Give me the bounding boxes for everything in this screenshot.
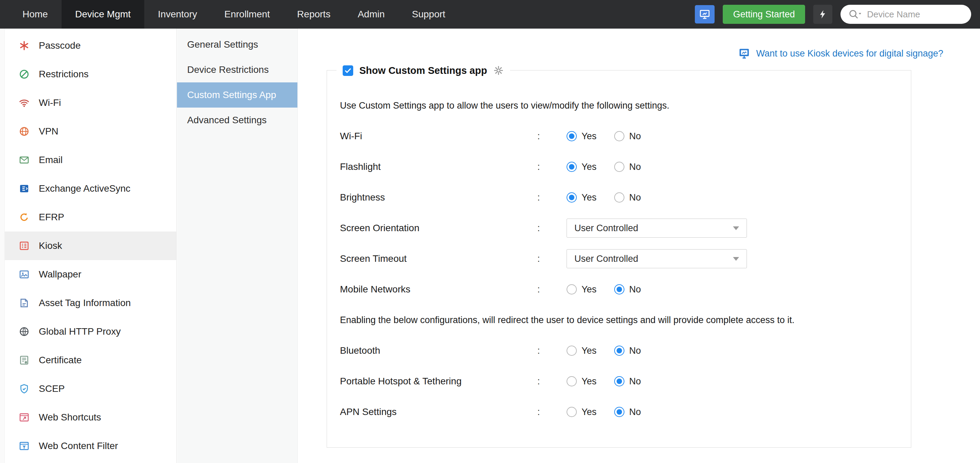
radio-apn-settings-yes[interactable]: Yes <box>566 407 597 417</box>
setting-control: YesNo <box>566 284 641 295</box>
radio-brightness-no[interactable]: No <box>614 192 641 203</box>
radio-label: Yes <box>582 162 597 172</box>
submenu-item-device-restrictions[interactable]: Device Restrictions <box>177 57 298 82</box>
radio-button-icon <box>566 131 577 141</box>
setting-label: Screen Orientation <box>340 223 537 233</box>
radio-button-icon <box>614 407 624 417</box>
nav-item-inventory[interactable]: Inventory <box>144 0 211 29</box>
select-value: User Controlled <box>574 254 638 264</box>
settings-rows-1: Wi-Fi:YesNoFlashlight:YesNoBrightness:Ye… <box>340 121 911 305</box>
submenu: General SettingsDevice RestrictionsCusto… <box>177 29 298 463</box>
sidebar-item-global-http-proxy[interactable]: Global HTTP Proxy <box>5 317 176 346</box>
sidebar-item-asset-tag-information[interactable]: Asset Tag Information <box>5 289 176 317</box>
radio-flashlight-yes[interactable]: Yes <box>566 162 597 172</box>
sidebar-item-web-content-filter[interactable]: Web Content Filter <box>5 432 176 460</box>
setting-label: Screen Timeout <box>340 253 537 264</box>
radio-portable-hotspot-tethering-no[interactable]: No <box>614 376 641 387</box>
sidebar-item-efrp[interactable]: EFRP <box>5 203 176 232</box>
colon: : <box>537 253 566 264</box>
radio-button-icon <box>566 346 577 356</box>
radio-brightness-yes[interactable]: Yes <box>566 192 597 203</box>
digital-signage-link[interactable]: Want to use Kiosk devices for digital si… <box>738 47 943 60</box>
nav-item-reports[interactable]: Reports <box>283 0 344 29</box>
setting-row-brightness: Brightness:YesNo <box>340 182 911 213</box>
submenu-item-custom-settings-app[interactable]: Custom Settings App <box>177 82 298 108</box>
submenu-item-general-settings[interactable]: General Settings <box>177 32 298 57</box>
sidebar-item-label: EFRP <box>39 212 64 223</box>
email-icon <box>18 154 30 166</box>
sidebar-item-wallpaper[interactable]: Wallpaper <box>5 260 176 289</box>
nav-item-enrollment[interactable]: Enrollment <box>211 0 283 29</box>
sidebar-item-restrictions[interactable]: Restrictions <box>5 60 176 88</box>
radio-label: Yes <box>582 346 597 356</box>
quick-actions-button[interactable] <box>813 5 832 24</box>
sidebar-item-certificate[interactable]: Certificate <box>5 346 176 375</box>
search-input[interactable] <box>867 9 964 20</box>
setting-control: YesNo <box>566 346 641 356</box>
sidebar-item-label: Certificate <box>39 355 82 366</box>
sidebar-item-passcode[interactable]: Passcode <box>5 31 176 60</box>
certificate-icon <box>18 354 30 366</box>
sidebar-scrollbar[interactable] <box>0 29 5 463</box>
restrictions-icon <box>18 69 30 80</box>
radio-label: Yes <box>582 407 597 417</box>
efrp-icon <box>18 211 30 223</box>
sidebar-item-web-shortcuts[interactable]: Web Shortcuts <box>5 403 176 432</box>
setting-label: Bluetooth <box>340 345 537 356</box>
sidebar: PasscodeRestrictionsWi-FiVPNEmailExchang… <box>5 29 177 463</box>
chevron-down-icon <box>733 227 739 230</box>
radio-label: Yes <box>582 131 597 142</box>
radio-mobile-networks-no[interactable]: No <box>614 284 641 295</box>
settings-rows-2: Bluetooth:YesNoPortable Hotspot & Tether… <box>340 335 911 427</box>
gear-icon[interactable] <box>493 65 504 76</box>
wallpaper-icon <box>18 268 30 280</box>
radio-button-icon <box>566 284 577 294</box>
radio-bluetooth-yes[interactable]: Yes <box>566 346 597 356</box>
nav-item-home[interactable]: Home <box>9 0 62 29</box>
radio-mobile-networks-yes[interactable]: Yes <box>566 284 597 295</box>
show-custom-settings-checkbox[interactable] <box>343 65 353 76</box>
sidebar-item-wi-fi[interactable]: Wi-Fi <box>5 88 176 117</box>
colon: : <box>537 161 566 172</box>
radio-bluetooth-no[interactable]: No <box>614 346 641 356</box>
remote-view-button[interactable] <box>695 5 714 24</box>
signage-icon <box>738 47 751 60</box>
radio-portable-hotspot-tethering-yes[interactable]: Yes <box>566 376 597 387</box>
radio-label: Yes <box>582 284 597 295</box>
nav-item-device-mgmt[interactable]: Device Mgmt <box>62 0 144 29</box>
setting-row-flashlight: Flashlight:YesNo <box>340 152 911 182</box>
web-shortcuts-icon <box>18 412 30 423</box>
search-icon[interactable] <box>848 8 862 20</box>
submenu-item-advanced-settings[interactable]: Advanced Settings <box>177 108 298 133</box>
colon: : <box>537 223 566 233</box>
radio-wi-fi-yes[interactable]: Yes <box>566 131 597 142</box>
radio-apn-settings-no[interactable]: No <box>614 407 641 417</box>
sidebar-item-kiosk[interactable]: Kiosk <box>5 232 176 260</box>
setting-control: User Controlled <box>566 249 747 268</box>
sidebar-item-vpn[interactable]: VPN <box>5 117 176 146</box>
top-navbar: HomeDevice MgmtInventoryEnrollmentReport… <box>0 0 980 29</box>
setting-label: Mobile Networks <box>340 284 537 295</box>
radio-wi-fi-no[interactable]: No <box>614 131 641 142</box>
radio-button-icon <box>614 376 624 386</box>
radio-flashlight-no[interactable]: No <box>614 162 641 172</box>
nav-item-support[interactable]: Support <box>398 0 459 29</box>
radio-button-icon <box>566 192 577 203</box>
lightning-icon <box>818 9 828 19</box>
getting-started-button[interactable]: Getting Started <box>723 5 805 24</box>
setting-control: YesNo <box>566 192 641 203</box>
web-content-filter-icon <box>18 440 30 452</box>
sidebar-item-scep[interactable]: SCEP <box>5 375 176 403</box>
sidebar-item-exchange-activesync[interactable]: Exchange ActiveSync <box>5 174 176 203</box>
nav-item-admin[interactable]: Admin <box>344 0 398 29</box>
sidebar-item-email[interactable]: Email <box>5 146 176 174</box>
setting-row-bluetooth: Bluetooth:YesNo <box>340 335 911 366</box>
select-screen-orientation[interactable]: User Controlled <box>566 219 747 238</box>
setting-label: APN Settings <box>340 407 537 417</box>
select-screen-timeout[interactable]: User Controlled <box>566 249 747 268</box>
device-search <box>840 5 971 24</box>
intro-text: Use Custom Settings app to allow the use… <box>340 90 911 121</box>
setting-row-wi-fi: Wi-Fi:YesNo <box>340 121 911 152</box>
panel-header: Show Custom Settings app <box>337 61 510 80</box>
app-root: HomeDevice MgmtInventoryEnrollmentReport… <box>0 0 980 463</box>
